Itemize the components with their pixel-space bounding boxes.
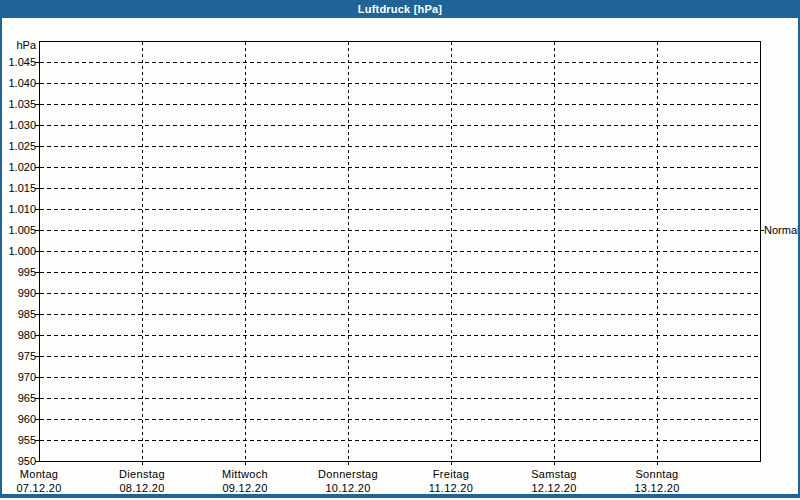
window-border-bottom	[0, 494, 800, 498]
x-axis-date-label: 12.12.20	[503, 481, 606, 495]
x-axis-date-label: 10.12.20	[297, 481, 400, 495]
x-axis-date-label: 09.12.20	[194, 481, 297, 495]
y-axis-tick-label: 1.020	[0, 160, 36, 174]
y-axis-tick-label: 965	[0, 391, 36, 405]
window-border-left	[0, 18, 2, 498]
y-axis-tick-label: 1.025	[0, 139, 36, 153]
y-axis-tick-label: 955	[0, 433, 36, 447]
chart-plot-area	[0, 0, 800, 500]
y-axis-tick-label: 1.005	[0, 223, 36, 237]
x-axis-day-label: Samstag	[503, 467, 606, 481]
y-axis-tick-label: 1.030	[0, 118, 36, 132]
y-axis-tick-label: 1.045	[0, 55, 36, 69]
x-axis-day-label: Freitag	[400, 467, 503, 481]
x-axis-date-label: 08.12.20	[91, 481, 194, 495]
x-axis-day-label: Sonntag	[606, 467, 709, 481]
y-axis-tick-label: 970	[0, 370, 36, 384]
y-axis-tick-label: 1.010	[0, 202, 36, 216]
y-axis-tick-label: 1.015	[0, 181, 36, 195]
y-axis-tick-label: 995	[0, 265, 36, 279]
x-axis-date-label: 07.12.20	[0, 481, 91, 495]
y-axis-tick-label: 1.000	[0, 244, 36, 258]
y-axis-tick-label: 1.040	[0, 76, 36, 90]
pressure-chart-window: Luftdruck [hPa] hPa1.0451.0401.0351.0301…	[0, 0, 800, 500]
y-axis-tick-label: 1.035	[0, 97, 36, 111]
y-axis-unit-label: hPa	[0, 38, 36, 52]
x-axis-day-label: Mittwoch	[194, 467, 297, 481]
y-axis-tick-label: 985	[0, 307, 36, 321]
x-axis-day-label: Montag	[0, 467, 91, 481]
y-axis-tick-label: 950	[0, 454, 36, 468]
x-axis-day-label: Dienstag	[91, 467, 194, 481]
x-axis-day-label: Donnerstag	[297, 467, 400, 481]
y-axis-tick-label: 990	[0, 286, 36, 300]
y-axis-tick-label: 975	[0, 349, 36, 363]
normal-annotation-label: Normal	[764, 223, 799, 237]
y-axis-tick-label: 980	[0, 328, 36, 342]
y-axis-tick-label: 960	[0, 412, 36, 426]
x-axis-date-label: 13.12.20	[606, 481, 709, 495]
x-axis-date-label: 11.12.20	[400, 481, 503, 495]
